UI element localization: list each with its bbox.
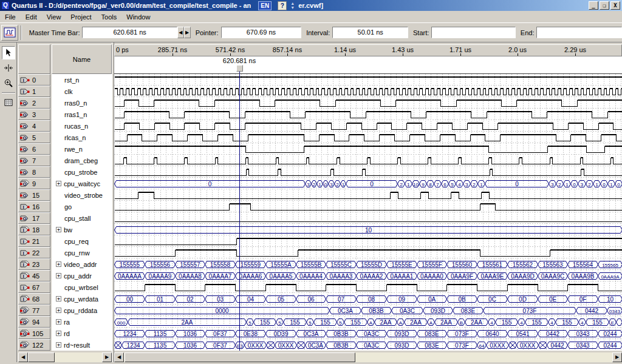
signal-number-button[interactable]: O9 <box>18 178 50 189</box>
signal-number-button[interactable]: O77 <box>18 305 50 316</box>
end-field[interactable] <box>536 27 622 38</box>
signal-number-button[interactable]: O7 <box>18 155 50 166</box>
scroll-right-arrow-icon[interactable]: ▶ <box>612 352 622 362</box>
minimize-button[interactable]: _ <box>589 1 598 10</box>
signal-name-cell[interactable]: cpu_strobe <box>52 166 112 178</box>
expand-plus-icon[interactable]: + <box>56 342 61 348</box>
signal-row-rras1_n[interactable]: O3rras1_n <box>18 109 112 120</box>
scroll-left-arrow-icon[interactable]: ◀ <box>114 352 124 362</box>
signal-row-cpu_wrdata[interactable]: I68+cpu_wrdata <box>18 293 112 305</box>
signal-name-cell[interactable]: rucas_n <box>52 120 112 132</box>
edit-waveform-tool-icon[interactable] <box>2 61 15 75</box>
menu-window[interactable]: Window <box>121 12 155 22</box>
signal-name-cell[interactable]: +ra <box>52 316 112 328</box>
signal-row-cpu_req[interactable]: I21cpu_req <box>18 235 112 247</box>
menu-file[interactable]: File <box>0 12 21 22</box>
wave-hscrollbar[interactable]: ◀ ▶ <box>114 352 622 362</box>
signal-number-button[interactable]: I68 <box>18 293 50 305</box>
signal-number-button[interactable]: O3 <box>18 109 50 120</box>
waveform-canvas[interactable]: 0321032102110987654321032103210101015555… <box>114 74 622 351</box>
signal-name-cell[interactable]: go <box>52 201 112 212</box>
signal-number-button[interactable]: I67 <box>18 281 50 293</box>
signal-row-cpu_strobe[interactable]: O8cpu_strobe <box>18 166 112 178</box>
signal-row-cpu_stall[interactable]: O17cpu_stall <box>18 212 112 224</box>
signal-name-cell[interactable]: video_strobe <box>52 189 112 201</box>
signal-name-cell[interactable]: rlcas_n <box>52 132 112 143</box>
master-time-right-arrow[interactable]: ▶ <box>184 27 191 38</box>
signal-number-button[interactable]: O15 <box>18 189 50 201</box>
signal-number-button[interactable]: I1 <box>18 86 50 97</box>
menu-view[interactable]: View <box>42 12 66 22</box>
signal-row-rlcas_n[interactable]: O5rlcas_n <box>18 132 112 143</box>
expand-plus-icon[interactable]: + <box>56 331 61 336</box>
expand-plus-icon[interactable]: + <box>56 261 61 267</box>
signal-number-button[interactable]: I21 <box>18 235 50 247</box>
signal-row-rd[interactable]: O105+rd <box>18 328 112 339</box>
signal-row-cpu_waitcyc[interactable]: O9+cpu_waitcyc <box>18 178 112 189</box>
master-time-left-arrow[interactable]: ◀ <box>177 27 184 38</box>
signal-name-cell[interactable]: cpu_wrbsel <box>52 281 112 293</box>
signal-name-cell[interactable]: +cpu_rddata <box>52 305 112 316</box>
signal-number-button[interactable]: O8 <box>18 166 50 178</box>
signal-number-button[interactable]: O105 <box>18 328 50 339</box>
close-button[interactable]: X <box>610 1 620 10</box>
signal-row-rucas_n[interactable]: O4rucas_n <box>18 120 112 132</box>
signal-number-button[interactable]: I45 <box>18 270 50 281</box>
signal-row-rd~result[interactable]: O122+rd~result <box>18 339 112 351</box>
signal-number-button[interactable]: I18 <box>18 224 50 235</box>
expand-plus-icon[interactable]: + <box>56 296 61 302</box>
restore-button[interactable]: ❏ <box>600 1 609 10</box>
master-time-cursor-handle[interactable] <box>236 65 243 72</box>
signal-name-cell[interactable]: rras0_n <box>52 97 112 109</box>
signal-number-button[interactable]: O4 <box>18 120 50 132</box>
expand-plus-icon[interactable]: + <box>56 319 61 325</box>
fullscreen-grid-tool-icon[interactable] <box>2 96 15 109</box>
signal-row-rst_n[interactable]: I0rst_n <box>18 74 112 86</box>
scroll-right-arrow-icon[interactable]: ▶ <box>102 352 112 362</box>
signal-name-cell[interactable]: +video_addr <box>52 258 112 270</box>
start-field[interactable] <box>431 27 516 38</box>
name-panel-hscrollbar[interactable]: ◀ ▶ <box>18 352 112 362</box>
signal-row-ra[interactable]: O94+ra <box>18 316 112 328</box>
signal-row-rwe_n[interactable]: O6rwe_n <box>18 143 112 155</box>
signal-name-cell[interactable]: +cpu_addr <box>52 270 112 281</box>
expand-plus-icon[interactable]: + <box>56 227 61 232</box>
master-time-bar-field[interactable]: 620.681 ns <box>82 27 177 38</box>
signal-name-cell[interactable]: +rd~result <box>52 339 112 351</box>
signal-row-cpu_addr[interactable]: I45+cpu_addr <box>18 270 112 281</box>
signal-row-go[interactable]: I16go <box>18 201 112 212</box>
help-badge-icon[interactable]: ? <box>278 1 287 10</box>
cursor-strip[interactable]: 620.681 ns <box>114 56 622 74</box>
signal-name-cell[interactable]: +bw <box>52 224 112 235</box>
signal-number-button[interactable]: I23 <box>18 258 50 270</box>
signal-name-cell[interactable]: dram_cbeg <box>52 155 112 166</box>
menu-project[interactable]: Project <box>66 12 96 22</box>
signal-name-cell[interactable]: +cpu_wrdata <box>52 293 112 305</box>
signal-row-rras0_n[interactable]: O2rras0_n <box>18 97 112 109</box>
signal-number-button[interactable]: O6 <box>18 143 50 155</box>
signal-row-cpu_wrbsel[interactable]: I67cpu_wrbsel <box>18 281 112 293</box>
signal-row-clk[interactable]: I1clk <box>18 86 112 97</box>
signal-number-button[interactable]: O2 <box>18 97 50 109</box>
signal-name-cell[interactable]: cpu_stall <box>52 212 112 224</box>
signal-number-button[interactable]: O94 <box>18 316 50 328</box>
signal-name-cell[interactable]: clk <box>52 86 112 97</box>
signal-name-cell[interactable]: +rd <box>52 328 112 339</box>
signal-number-button[interactable]: I22 <box>18 247 50 258</box>
signal-name-cell[interactable]: rras1_n <box>52 109 112 120</box>
signal-number-button[interactable]: I0 <box>18 74 50 86</box>
signal-row-dram_cbeg[interactable]: O7dram_cbeg <box>18 155 112 166</box>
language-indicator[interactable]: EN <box>258 1 272 10</box>
scroll-left-arrow-icon[interactable]: ◀ <box>18 352 28 362</box>
expand-plus-icon[interactable]: + <box>56 273 61 278</box>
langbar-arrows-icon[interactable]: ▲▼ <box>290 1 295 10</box>
signal-name-cell[interactable]: cpu_rnw <box>52 247 112 258</box>
signal-number-button[interactable]: O122 <box>18 339 50 351</box>
expand-plus-icon[interactable]: + <box>56 308 61 313</box>
time-scale-bar[interactable]: 0 ps285.71 ns571.42 ns857.14 ns1.14 us1.… <box>114 44 622 56</box>
signal-number-button[interactable]: O17 <box>18 212 50 224</box>
menu-edit[interactable]: Edit <box>21 12 42 22</box>
signal-row-video_strobe[interactable]: O15video_strobe <box>18 189 112 201</box>
zoom-tool-icon[interactable] <box>2 76 15 90</box>
waveform-editor-icon[interactable] <box>1 25 18 41</box>
